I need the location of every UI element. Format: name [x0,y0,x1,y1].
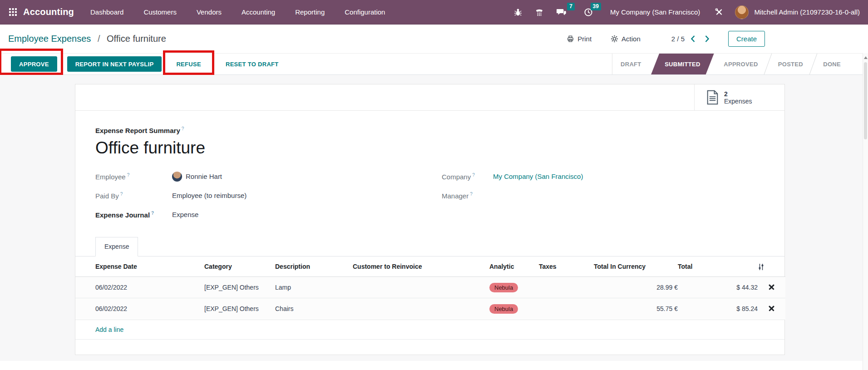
menu-item-vendors[interactable]: Vendors [197,8,222,16]
create-button[interactable]: Create [728,31,765,47]
user-avatar[interactable] [735,5,749,19]
col-total[interactable]: Total [678,257,758,277]
expenses-stat-button[interactable]: 2 Expenses [694,84,784,110]
cell-description[interactable]: Chairs [275,298,353,320]
col-category[interactable]: Category [204,257,275,277]
cell-customer-to-reinvoice[interactable] [353,298,483,320]
cell-expense-date[interactable]: 06/02/2022 [75,298,204,320]
table-header-row: Expense Date Category Description Custom… [75,257,785,277]
status-step-posted[interactable]: POSTED [770,54,811,74]
control-panel: Employee Expenses / Office furniture Pri… [0,25,868,53]
menu-item-accounting[interactable]: Accounting [242,8,275,16]
menu-item-reporting[interactable]: Reporting [295,8,325,16]
menu-item-configuration[interactable]: Configuration [345,8,385,16]
delete-row-icon[interactable] [769,305,774,311]
user-menu[interactable]: Mitchell Admin (21097230-16-0-all) [754,8,860,16]
navbar-systray: 7 39 My Company (San Francisco) [513,5,860,19]
debug-tools-icon[interactable] [714,7,724,17]
analytic-badge: Nebula [489,304,518,314]
print-button[interactable]: Print [564,35,594,43]
optional-columns-icon[interactable] [758,257,785,277]
add-a-line-link[interactable]: Add a line [95,326,123,333]
col-taxes[interactable]: Taxes [539,257,594,277]
notebook-tabs: Expense [75,237,784,257]
col-total-in-currency[interactable]: Total In Currency [594,257,678,277]
col-customer-to-reinvoice[interactable]: Customer to Reinvoice [353,257,483,277]
cell-total-in-currency[interactable]: 55.75 € [594,298,678,320]
employee-field-label: Employee? [95,173,172,181]
cell-category[interactable]: [EXP_GEN] Others [204,277,275,298]
breadcrumb-separator: / [98,34,100,44]
cell-category[interactable]: [EXP_GEN] Others [204,298,275,320]
action-button[interactable]: Action [608,35,643,43]
status-step-approved[interactable]: APPROVED [715,54,766,74]
action-label: Action [621,35,641,43]
manager-field-label: Manager? [442,192,493,200]
delete-row-icon[interactable] [769,284,774,290]
cell-analytic[interactable]: Nebula [483,277,539,298]
cell-total-in-currency[interactable]: 28.99 € [594,277,678,298]
expense-row[interactable]: 06/02/2022 [EXP_GEN] Others Lamp Nebula … [75,277,785,298]
employee-field-value[interactable]: Ronnie Hart [172,172,222,182]
chatter-section [0,361,863,370]
messages-icon[interactable]: 7 [556,7,567,17]
activities-clock-icon[interactable]: 39 [583,7,594,18]
sheet-body: Expense Report Summary? Office furniture… [75,111,784,229]
paid-by-field-label: Paid By? [95,192,172,200]
cell-description[interactable]: Lamp [275,277,353,298]
cell-taxes[interactable] [539,277,594,298]
refuse-button[interactable]: REFUSE [168,56,209,72]
app-name: Accounting [23,7,74,17]
chevron-left-icon[interactable] [687,33,699,44]
cell-taxes[interactable] [539,298,594,320]
cell-total[interactable]: $ 44.32 [678,277,758,298]
pager-count: 2 / 5 [671,35,685,43]
paid-by-field-value[interactable]: Employee (to reimburse) [172,192,247,199]
status-step-draft[interactable]: DRAFT [612,54,650,74]
approve-button[interactable]: APPROVE [11,56,57,72]
summary-field-label: Expense Report Summary [95,127,180,134]
chevron-right-icon[interactable] [701,33,713,44]
status-step-done[interactable]: DONE [815,54,849,74]
col-description[interactable]: Description [275,257,353,277]
top-navbar: Accounting Dashboard Customers Vendors A… [0,0,868,25]
cell-total[interactable]: $ 85.24 [678,298,758,320]
col-expense-date[interactable]: Expense Date [75,257,204,277]
form-view: 2 Expenses Expense Report Summary? Offic… [0,75,868,370]
status-step-submitted[interactable]: SUBMITTED [651,54,714,74]
form-statusbar: APPROVE REPORT IN NEXT PAYSLIP REFUSE RE… [0,53,868,75]
pager: 2 / 5 [671,33,713,44]
reset-to-draft-button[interactable]: RESET TO DRAFT [217,56,287,72]
form-sheet: 2 Expenses Expense Report Summary? Offic… [75,84,785,355]
report-in-next-payslip-button[interactable]: REPORT IN NEXT PAYSLIP [67,56,162,72]
cell-customer-to-reinvoice[interactable] [353,277,483,298]
breadcrumb: Employee Expenses / Office furniture [8,34,166,44]
printer-icon [567,35,574,43]
vertical-scrollbar[interactable] [863,53,868,370]
apps-grid-icon[interactable] [6,5,20,19]
menu-item-dashboard[interactable]: Dashboard [90,8,123,16]
messages-badge: 7 [567,3,575,10]
company-switcher[interactable]: My Company (San Francisco) [610,8,700,16]
analytic-badge: Nebula [489,283,518,292]
cell-analytic[interactable]: Nebula [483,298,539,320]
col-analytic[interactable]: Analytic [483,257,539,277]
cell-expense-date[interactable]: 06/02/2022 [75,277,204,298]
tab-expense[interactable]: Expense [95,237,138,257]
scrollbar-up-arrow[interactable] [864,56,868,59]
expenses-label: Expenses [724,98,752,105]
add-line-row: Add a line [75,320,784,340]
breadcrumb-parent[interactable]: Employee Expenses [8,34,91,44]
cell-delete [758,277,785,298]
expenses-count: 2 [724,90,752,98]
breadcrumb-current: Office furniture [107,34,166,44]
voip-phone-icon[interactable] [534,7,545,17]
scrollbar-thumb[interactable] [864,62,867,139]
expense-row[interactable]: 06/02/2022 [EXP_GEN] Others Chairs Nebul… [75,298,785,320]
record-title-input[interactable]: Office furniture [95,138,764,158]
main-menu: Dashboard Customers Vendors Accounting R… [90,8,385,16]
expense-journal-field-value[interactable]: Expense [172,211,198,218]
menu-item-customers[interactable]: Customers [143,8,177,16]
company-field-value[interactable]: My Company (San Francisco) [493,173,583,180]
bug-icon[interactable] [513,7,523,17]
